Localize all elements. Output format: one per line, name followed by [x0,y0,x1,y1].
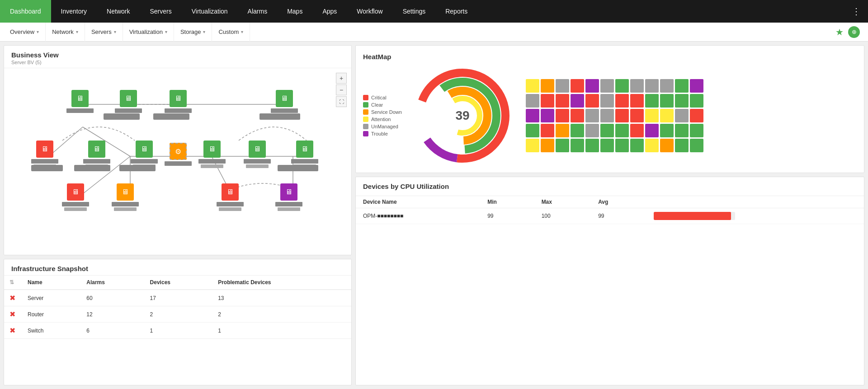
heatmap-cell[interactable] [600,79,614,93]
device-name: OPM-■■■■■■■■ [356,208,480,224]
chevron-down-icon: ▾ [241,29,243,34]
col-problematic[interactable]: Problematic Devices [212,276,351,290]
heatmap-cell[interactable] [541,139,554,152]
heatmap-cell[interactable] [526,109,539,122]
heatmap-cell[interactable] [630,109,644,122]
heatmap-cell[interactable] [571,139,584,152]
nav-dashboard[interactable]: Dashboard [0,0,51,23]
heatmap-cell[interactable] [645,79,659,93]
favorites-star-icon[interactable]: ★ [831,27,848,37]
business-view-title: Business View [11,51,344,59]
heatmap-cell[interactable] [526,94,539,108]
nav-maps[interactable]: Maps [277,0,312,23]
nav-servers[interactable]: Servers [140,0,181,23]
heatmap-cell[interactable] [526,124,539,137]
heatmap-cell[interactable] [645,94,659,108]
heatmap-cell[interactable] [615,124,629,137]
cpu-col-max[interactable]: Max [534,196,591,208]
legend-item: Service Down [363,109,404,115]
heatmap-cell[interactable] [585,139,599,152]
nav-inventory[interactable]: Inventory [51,0,97,23]
heatmap-cell[interactable] [630,94,644,108]
monitor-icon: 🖥 [203,141,221,158]
heatmap-cell[interactable] [585,124,599,137]
heatmap-cell[interactable] [585,94,599,108]
heatmap-cell[interactable] [571,94,584,108]
heatmap-cell[interactable] [556,139,569,152]
heatmap-cell[interactable] [645,139,659,152]
heatmap-cell[interactable] [600,124,614,137]
heatmap-cell[interactable] [630,139,644,152]
heatmap-cell[interactable] [541,79,554,93]
heatmap-cell[interactable] [556,79,569,93]
heatmap-cell[interactable] [660,94,674,108]
heatmap-cell[interactable] [600,109,614,122]
nav-reports[interactable]: Reports [435,0,477,23]
heatmap-cell[interactable] [615,109,629,122]
cpu-col-avg[interactable]: Avg [591,196,646,208]
heatmap-cell[interactable] [675,124,689,137]
col-devices[interactable]: Devices [145,276,213,290]
fit-screen-button[interactable]: ⛶ [336,96,347,107]
heatmap-cell[interactable] [541,124,554,137]
heatmap-cell[interactable] [690,124,703,137]
zoom-in-button[interactable]: + [336,73,347,84]
heatmap-cell[interactable] [675,79,689,93]
heatmap-cell[interactable] [660,79,674,93]
heatmap-cell[interactable] [630,79,644,93]
heatmap-cell[interactable] [556,124,569,137]
heatmap-cell[interactable] [571,109,584,122]
heatmap-cell[interactable] [541,94,554,108]
sort-col[interactable]: ⇅ [4,276,22,290]
heatmap-cell[interactable] [556,109,569,122]
heatmap-cell[interactable] [600,94,614,108]
heatmap-cell[interactable] [615,79,629,93]
add-config-button[interactable]: ⊕ [848,26,860,38]
node-label [246,164,269,168]
network-node-server-red3: 🖥 [217,183,244,211]
cpu-col-min[interactable]: Min [480,196,534,208]
heatmap-cell[interactable] [645,124,659,137]
heatmap-cell[interactable] [660,109,674,122]
heatmap-cell[interactable] [600,139,614,152]
col-name[interactable]: Name [22,276,81,290]
subnav-virtualization[interactable]: Virtualization ▾ [123,23,174,42]
heatmap-cell[interactable] [526,139,539,152]
heatmap-cell[interactable] [571,124,584,137]
heatmap-cell[interactable] [675,109,689,122]
heatmap-cell[interactable] [690,109,703,122]
heatmap-cell[interactable] [690,139,703,152]
heatmap-cell[interactable] [615,139,629,152]
col-alarms[interactable]: Alarms [81,276,144,290]
subnav-overview[interactable]: Overview ▾ [4,23,46,42]
heatmap-cell[interactable] [660,139,674,152]
nav-workflow[interactable]: Workflow [347,0,392,23]
heatmap-cell[interactable] [630,124,644,137]
heatmap-cell[interactable] [556,94,569,108]
more-menu-button[interactable]: ⋮ [844,0,868,23]
heatmap-cell[interactable] [675,94,689,108]
nav-settings[interactable]: Settings [393,0,436,23]
zoom-out-button[interactable]: − [336,84,347,95]
heatmap-cell[interactable] [526,79,539,93]
heatmap-cell[interactable] [571,79,584,93]
subnav-custom[interactable]: Custom ▾ [212,23,250,42]
nav-network[interactable]: Network [97,0,140,23]
heatmap-cell[interactable] [675,139,689,152]
subnav-servers[interactable]: Servers ▾ [85,23,123,42]
nav-virtualization[interactable]: Virtualization [182,0,238,23]
heatmap-cell[interactable] [541,109,554,122]
heatmap-cell[interactable] [645,109,659,122]
nav-alarms[interactable]: Alarms [238,0,278,23]
network-node-monitor1: 🖥 [66,90,94,113]
heatmap-cell[interactable] [615,94,629,108]
heatmap-cell[interactable] [690,79,703,93]
cpu-col-device[interactable]: Device Name [356,196,480,208]
nav-apps[interactable]: Apps [312,0,347,23]
heatmap-cell[interactable] [585,109,599,122]
heatmap-cell[interactable] [585,79,599,93]
heatmap-cell[interactable] [660,124,674,137]
heatmap-cell[interactable] [690,94,703,108]
subnav-storage[interactable]: Storage ▾ [174,23,212,42]
subnav-network[interactable]: Network ▾ [46,23,85,42]
